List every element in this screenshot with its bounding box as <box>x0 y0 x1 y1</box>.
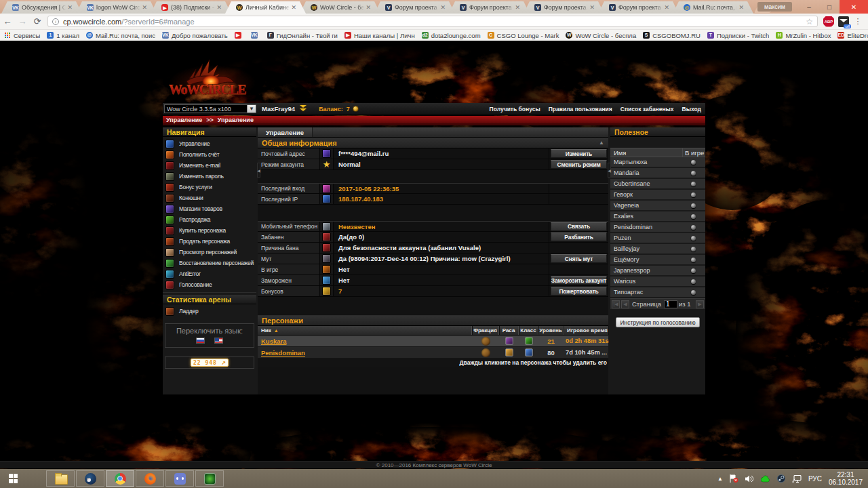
browser-tab[interactable]: V Форум проекта Wo ✕ <box>598 1 679 14</box>
server-select[interactable]: Wow Circle 3.3.5a x100 ▼ <box>164 104 256 113</box>
bookmark-item[interactable]: ▶ <box>235 32 244 39</box>
browser-menu-icon[interactable]: ⋮ <box>853 20 863 23</box>
character-row[interactable]: Kuskara 21 0d 2h 48m 31s <box>258 336 608 347</box>
browser-tab[interactable]: W Личный Кабинет: lo ✕ <box>225 1 306 14</box>
col-level[interactable]: Уровень <box>538 326 564 335</box>
bookmark-item[interactable]: d2 dota2lounge.com <box>422 32 481 39</box>
tray-language[interactable]: РУС <box>808 475 822 483</box>
browser-tab[interactable]: @ Mail.Ru: почта, пои ✕ <box>673 1 753 14</box>
friend-row[interactable]: Waricus <box>610 277 705 287</box>
bookmark-item[interactable]: 1 1 канал <box>47 32 79 39</box>
url-text[interactable]: cp.wowcircle.com/?serverId=6#manage <box>63 18 806 26</box>
friend-row[interactable]: Mandaria <box>610 168 705 179</box>
row-action-button[interactable]: Связать <box>551 222 607 231</box>
page-info-icon[interactable]: i <box>52 18 59 25</box>
col-faction[interactable]: Фракция <box>472 326 499 335</box>
browser-tab[interactable]: V Форум проекта Wo ✕ <box>524 1 604 14</box>
friend-row[interactable]: Vageneia <box>610 201 705 211</box>
forward-button[interactable]: → <box>15 16 30 26</box>
browser-tab[interactable]: VK logon WoW Circle 3 ✕ <box>76 1 157 14</box>
tab-close-icon[interactable]: ✕ <box>142 4 147 11</box>
online-counter-widget[interactable]: 22 948 ↗ <box>191 359 229 367</box>
nav-item[interactable]: Просмотр персонажей <box>163 247 256 258</box>
window-minimize-button[interactable]: – <box>799 0 819 14</box>
browser-profile-chip[interactable]: максим <box>757 2 792 12</box>
row-action-button[interactable]: Снять мут <box>551 254 607 263</box>
tray-volume-icon[interactable] <box>745 475 754 483</box>
taskbar-app-button[interactable] <box>76 470 104 487</box>
nav-item[interactable]: Голосование <box>163 279 256 290</box>
taskbar-app-button[interactable] <box>136 470 164 487</box>
tray-expand-icon[interactable]: ▲ <box>717 476 723 482</box>
col-class[interactable]: Класс <box>519 326 538 335</box>
taskbar-app-button[interactable] <box>106 470 134 487</box>
bookmark-item[interactable]: VK Добро пожаловать <box>162 32 228 39</box>
nav-item[interactable]: Купить персонажа <box>163 225 256 236</box>
nav-item[interactable]: Изменить e-mail <box>163 160 256 171</box>
tab-close-icon[interactable]: ✕ <box>440 4 446 11</box>
breadcrumb-parent[interactable]: Управление <box>166 117 202 123</box>
friend-row[interactable]: Japanesspop <box>610 266 705 277</box>
friend-row[interactable]: Геворк <box>610 190 705 201</box>
start-button[interactable] <box>0 469 27 488</box>
tab-close-icon[interactable]: ✕ <box>738 4 744 11</box>
nav-item[interactable]: Управление <box>163 138 256 149</box>
tray-network-icon[interactable] <box>792 475 802 483</box>
reload-button[interactable]: ⟳ <box>30 16 45 26</box>
character-row[interactable]: Penisdominan 80 7d 10h 45m ... <box>258 347 608 359</box>
pager-prev-button[interactable]: ◀ <box>621 300 629 308</box>
nav-item[interactable]: Бонус услуги <box>163 182 256 192</box>
row-action-button[interactable]: Пожертвовать <box>551 287 607 296</box>
tray-cloud-icon[interactable] <box>761 475 770 483</box>
col-name[interactable]: Имя <box>610 148 682 157</box>
row-action-button[interactable]: Разбанить <box>551 232 607 241</box>
collapse-icon[interactable]: ▲ <box>599 140 604 146</box>
nav-item[interactable]: Пополнить счёт <box>163 149 256 160</box>
flag-us-icon[interactable] <box>214 338 223 344</box>
bookmark-item[interactable]: C CSGO Lounge - Mark <box>488 32 559 39</box>
browser-tab[interactable]: V Форум проекта Wo ✕ <box>374 1 455 14</box>
pager-first-button[interactable]: |◀ <box>612 300 620 308</box>
right-collapse-handle[interactable]: ◀ <box>608 163 611 178</box>
topbar-link[interactable]: Правила пользования <box>545 103 616 115</box>
back-button[interactable]: ← <box>0 16 15 26</box>
col-race[interactable]: Раса <box>499 326 519 335</box>
window-maximize-button[interactable]: □ <box>819 0 840 14</box>
browser-tab[interactable]: VK Обсуждения | Офи ✕ <box>1 1 82 14</box>
bookmark-item[interactable]: S CSGOBOMJ.RU <box>643 32 701 39</box>
bookmark-item[interactable]: VK <box>251 32 260 39</box>
col-time[interactable]: Игровое время <box>564 326 608 335</box>
bookmark-item[interactable]: T Подписки - Twitch <box>707 32 769 39</box>
friend-row[interactable]: Мартылюха <box>610 157 705 168</box>
tray-steam-icon[interactable] <box>777 474 785 483</box>
nav-item[interactable]: Конюшни <box>163 192 256 203</box>
browser-tab[interactable]: W WoW Circle - беспла ✕ <box>300 1 380 14</box>
tab-close-icon[interactable]: ✕ <box>291 4 296 11</box>
window-close-button[interactable]: ✕ <box>840 0 868 14</box>
topbar-link[interactable]: Выход <box>678 103 705 115</box>
wowcircle-logo[interactable]: WoWCIRCLE WoWCIRCLE <box>166 56 258 106</box>
friend-row[interactable]: Exalies <box>610 211 705 222</box>
friend-row[interactable]: Puzen <box>610 233 705 244</box>
tab-manage[interactable]: Управление <box>258 127 313 137</box>
taskbar-app-button[interactable] <box>46 470 75 487</box>
friend-row[interactable]: Cubertinsane <box>610 179 705 190</box>
nav-item[interactable]: Магазин товаров <box>163 203 256 214</box>
topbar-link[interactable]: Список забаненых <box>616 103 678 115</box>
address-bar[interactable]: i cp.wowcircle.com/?serverId=6#manage ☆ <box>47 16 818 27</box>
bookmark-item[interactable]: @ Mail.Ru: почта, поис <box>86 32 155 39</box>
topbar-link[interactable]: Получить бонусы <box>486 103 545 115</box>
bookmark-item[interactable]: H MrZulin - Hitbox <box>776 32 831 39</box>
character-link[interactable]: Kuskara <box>261 338 287 345</box>
username[interactable]: MaxFray94 <box>262 105 295 113</box>
row-action-button[interactable]: Изменить <box>551 149 607 158</box>
flag-ru-icon[interactable] <box>196 338 205 344</box>
character-link[interactable]: Penisdominan <box>261 349 305 357</box>
tab-close-icon[interactable]: ✕ <box>515 4 520 11</box>
row-action-button[interactable]: Заморозить аккаунт <box>551 276 607 285</box>
nav-item[interactable]: AntiError <box>163 268 256 279</box>
tab-close-icon[interactable]: ✕ <box>67 4 73 11</box>
bookmark-item[interactable]: W WoW Circle - беспла <box>566 32 636 39</box>
bookmark-item[interactable]: ED EliteDrop.ru - Магаз <box>837 32 868 39</box>
vote-instruction-button[interactable]: Инструкция по голосованию <box>616 317 699 327</box>
